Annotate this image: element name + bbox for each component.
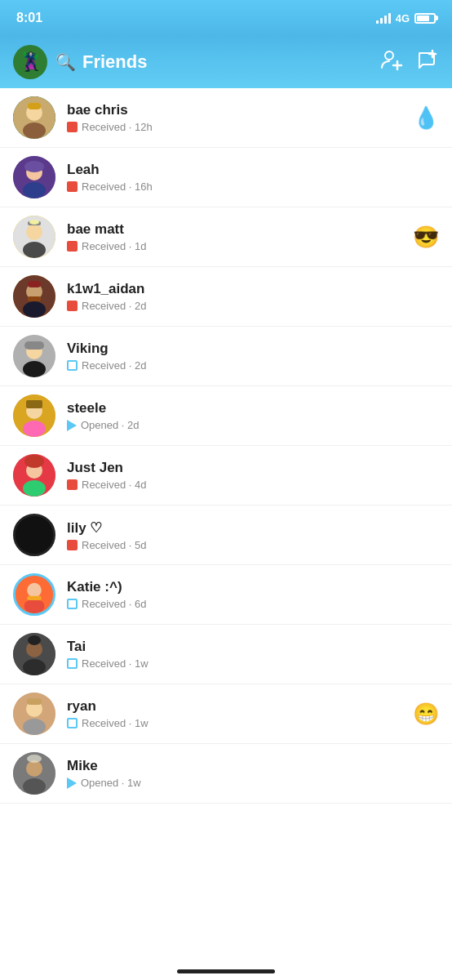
friend-status-bae-matt: Received · 1d <box>67 240 413 252</box>
friend-info-viking: VikingReceived · 2d <box>67 341 439 372</box>
friend-item-tai[interactable]: TaiReceived · 1w <box>0 625 452 684</box>
friend-status-viking: Received · 2d <box>67 359 439 372</box>
svg-point-39 <box>27 583 42 598</box>
friend-avatar-katie <box>13 573 55 616</box>
svg-point-45 <box>28 635 41 645</box>
svg-rect-49 <box>27 698 42 705</box>
friend-status-k1w1-aidan: Received · 2d <box>67 300 439 312</box>
friend-status-text-lily: Received · 5d <box>82 539 147 551</box>
friend-item-viking[interactable]: VikingReceived · 2d <box>0 327 452 386</box>
svg-rect-32 <box>26 400 42 408</box>
add-friend-button[interactable] <box>380 48 403 76</box>
friend-info-lily: lily ♡Received · 5d <box>67 519 439 551</box>
friend-item-ryan[interactable]: ryanReceived · 1w😁 <box>0 684 452 744</box>
friend-avatar-just-jen <box>13 454 55 497</box>
status-icons: 4G <box>376 12 436 24</box>
svg-point-11 <box>23 182 46 198</box>
svg-point-53 <box>27 755 42 763</box>
friend-name-just-jen: Just Jen <box>67 460 439 476</box>
snap-indicator-viking <box>67 360 78 371</box>
friend-emoji-ryan: 😁 <box>413 702 439 727</box>
friend-status-text-steele: Opened · 2d <box>81 419 140 431</box>
svg-rect-41 <box>27 596 42 600</box>
friend-info-ryan: ryanReceived · 1w <box>67 698 413 729</box>
svg-point-0 <box>385 51 393 60</box>
svg-point-15 <box>23 242 46 258</box>
friend-name-tai: Tai <box>67 639 439 655</box>
friend-info-katie: Katie :^)Received · 6d <box>67 579 439 610</box>
new-chat-button[interactable] <box>416 48 439 76</box>
friend-status-text-bae-matt: Received · 1d <box>82 240 147 252</box>
status-bar: 8:01 4G <box>0 0 452 36</box>
snap-indicator-katie <box>67 599 78 609</box>
friend-avatar-ryan <box>13 693 55 735</box>
friend-item-steele[interactable]: steeleOpened · 2d <box>0 386 452 446</box>
friend-name-k1w1-aidan: k1w1_aidan <box>67 281 439 297</box>
svg-point-36 <box>24 455 44 468</box>
friend-name-lily: lily ♡ <box>67 519 439 537</box>
svg-rect-8 <box>28 103 41 109</box>
search-bar[interactable]: 🔍 Friends <box>55 51 372 73</box>
friend-status-katie: Received · 6d <box>67 598 439 610</box>
snap-indicator-tai <box>67 658 78 669</box>
network-label: 4G <box>396 12 410 24</box>
friend-info-bae-matt: bae mattReceived · 1d <box>67 221 413 252</box>
friend-emoji-bae-chris: 💧 <box>413 105 439 131</box>
friend-status-leah: Received · 16h <box>67 180 439 193</box>
header: 🦹 🔍 Friends <box>0 36 452 88</box>
home-indicator <box>177 969 275 973</box>
svg-point-7 <box>23 122 46 139</box>
page-title: Friends <box>82 51 147 73</box>
friend-status-mike: Opened · 1w <box>67 777 439 789</box>
user-avatar[interactable]: 🦹 <box>13 45 47 79</box>
friend-name-bae-matt: bae matt <box>67 221 413 238</box>
friend-status-just-jen: Received · 4d <box>67 479 439 491</box>
header-actions <box>380 48 439 76</box>
friend-item-lily[interactable]: lily ♡Received · 5d <box>0 506 452 565</box>
friend-status-text-mike: Opened · 1w <box>81 777 141 789</box>
friend-item-just-jen[interactable]: Just JenReceived · 4d <box>0 446 452 506</box>
svg-point-28 <box>38 344 43 349</box>
friend-item-mike[interactable]: MikeOpened · 1w <box>0 744 452 804</box>
svg-rect-22 <box>28 296 41 301</box>
friend-status-text-k1w1-aidan: Received · 2d <box>82 300 147 312</box>
friend-avatar-bae-matt <box>13 216 55 258</box>
friend-item-bae-chris[interactable]: bae chrisReceived · 12h💧 <box>0 88 452 148</box>
friend-info-leah: LeahReceived · 16h <box>67 162 439 193</box>
friend-info-mike: MikeOpened · 1w <box>67 758 439 789</box>
svg-point-31 <box>23 421 46 437</box>
friend-status-text-katie: Received · 6d <box>82 598 147 610</box>
snap-indicator-bae-chris <box>67 122 78 132</box>
snap-indicator-steele <box>67 420 77 431</box>
snap-indicator-lily <box>67 540 78 550</box>
friend-name-bae-chris: bae chris <box>67 102 413 118</box>
friend-info-just-jen: Just JenReceived · 4d <box>67 460 439 491</box>
friend-avatar-steele <box>13 394 55 437</box>
friend-status-text-tai: Received · 1w <box>82 657 148 670</box>
snap-indicator-bae-matt <box>67 241 78 252</box>
friend-status-steele: Opened · 2d <box>67 419 439 431</box>
friend-info-k1w1-aidan: k1w1_aidanReceived · 2d <box>67 281 439 312</box>
svg-rect-21 <box>28 281 41 287</box>
friend-avatar-leah <box>13 156 55 198</box>
friend-item-katie[interactable]: Katie :^)Received · 6d <box>0 565 452 625</box>
snap-indicator-k1w1-aidan <box>67 301 78 311</box>
friend-item-leah[interactable]: LeahReceived · 16h <box>0 148 452 207</box>
friend-avatar-bae-chris <box>13 96 55 139</box>
friend-status-text-just-jen: Received · 4d <box>82 479 147 491</box>
svg-point-52 <box>23 778 46 795</box>
friends-list: bae chrisReceived · 12h💧LeahReceived · 1… <box>0 88 452 804</box>
friend-avatar-lily <box>13 514 55 556</box>
friend-info-tai: TaiReceived · 1w <box>67 639 439 670</box>
friend-item-k1w1-aidan[interactable]: k1w1_aidanReceived · 2d <box>0 267 452 327</box>
friend-name-steele: steele <box>67 400 439 416</box>
svg-point-48 <box>23 719 46 735</box>
friend-status-tai: Received · 1w <box>67 657 439 670</box>
status-time: 8:01 <box>16 11 42 25</box>
search-icon: 🔍 <box>55 52 76 72</box>
snap-indicator-just-jen <box>67 479 78 490</box>
friend-name-katie: Katie :^) <box>67 579 439 595</box>
friend-name-mike: Mike <box>67 758 439 774</box>
friend-info-steele: steeleOpened · 2d <box>67 400 439 431</box>
friend-item-bae-matt[interactable]: bae mattReceived · 1d😎 <box>0 207 452 267</box>
